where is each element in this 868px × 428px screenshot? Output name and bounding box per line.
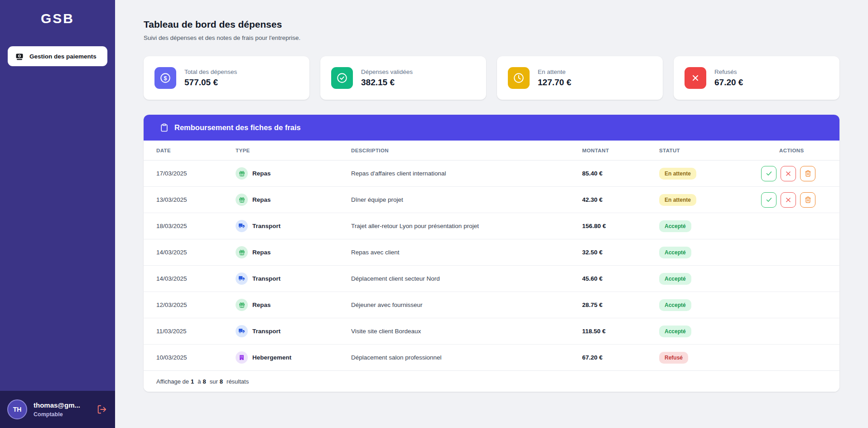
row-type-label: Transport: [252, 223, 280, 229]
status-badge: En attente: [659, 194, 696, 206]
row-statut: Accepté: [659, 220, 761, 232]
column-header-actions: ACTIONS: [761, 148, 827, 153]
payments-icon: [15, 52, 24, 61]
footer-text: résultats: [227, 378, 249, 385]
status-badge: En attente: [659, 168, 696, 180]
stat-card-refused: Refusés 67.20 €: [674, 56, 839, 100]
sidebar-nav: Gestion des paiements: [0, 46, 115, 66]
row-actions: [761, 192, 827, 208]
app-logo: GSB: [0, 0, 115, 26]
row-type-label: Repas: [252, 302, 271, 308]
logout-button[interactable]: [96, 404, 108, 415]
sidebar: GSB Gestion des paiements TH thomas@gm..…: [0, 0, 115, 428]
row-type-label: Repas: [252, 170, 271, 177]
table-row: 17/03/2025: [144, 160, 839, 187]
stat-value: 577.05 €: [184, 78, 237, 88]
type-icon: [236, 325, 248, 337]
stats-row: $ Total des dépenses 577.05 € Dépenses v…: [144, 56, 839, 100]
row-statut: Accepté: [659, 273, 761, 285]
footer-from: 1: [191, 378, 194, 385]
footer-text: à: [198, 378, 201, 385]
table-banner: Remboursement des fiches de frais: [144, 115, 839, 141]
x-icon: [685, 67, 706, 89]
approve-button[interactable]: [761, 192, 776, 208]
svg-text:$: $: [164, 75, 167, 82]
status-badge: Accepté: [659, 247, 691, 258]
column-header-date: DATE: [156, 148, 236, 153]
row-montant: 85.40 €: [582, 170, 659, 177]
reject-button[interactable]: [781, 166, 796, 181]
row-description: Déplacement client secteur Nord: [351, 275, 582, 282]
sidebar-item-gestion-paiements[interactable]: Gestion des paiements: [8, 46, 107, 66]
row-statut: Refusé: [659, 352, 761, 364]
row-montant: 42.30 €: [582, 196, 659, 203]
stat-card-pending: En attente 127.70 €: [497, 56, 663, 100]
row-statut: Accepté: [659, 299, 761, 311]
reject-button[interactable]: [781, 192, 796, 208]
row-description: Repas avec client: [351, 249, 582, 256]
truck-icon: [238, 275, 245, 282]
row-date: 13/03/2025: [156, 196, 236, 203]
row-date: 14/03/2025: [156, 275, 236, 282]
row-montant: 156.80 €: [582, 223, 659, 229]
stat-value: 382.15 €: [361, 78, 413, 88]
row-statut: En attente: [659, 168, 761, 180]
page-subtitle: Suivi des dépenses et des notes de frais…: [144, 34, 839, 41]
trash-icon[interactable]: [800, 166, 815, 181]
status-badge: Accepté: [659, 220, 691, 232]
row-type-label: Repas: [252, 249, 271, 256]
row-montant: 32.50 €: [582, 249, 659, 256]
stat-label: Total des dépenses: [184, 68, 237, 75]
row-description: Repas d'affaires client international: [351, 170, 582, 177]
table-row: 14/03/2025: [144, 266, 839, 292]
footer-total: 8: [220, 378, 223, 385]
status-badge: Accepté: [659, 273, 691, 285]
row-date: 12/03/2025: [156, 302, 236, 308]
stat-card-validated: Dépenses validées 382.15 €: [320, 56, 486, 100]
footer-text: sur: [210, 378, 218, 385]
user-section: TH thomas@gm... Comptable: [0, 391, 115, 428]
stat-text: Refusés 67.20 €: [714, 68, 743, 88]
sidebar-spacer: [0, 66, 115, 391]
row-description: Déjeuner avec fournisseur: [351, 302, 582, 308]
type-icon: [236, 299, 248, 311]
user-meta: thomas@gm... Comptable: [34, 401, 90, 418]
table-row: 13/03/2025: [144, 187, 839, 213]
gift-icon: [239, 302, 245, 308]
type-icon: [236, 246, 248, 258]
row-type: Repas: [236, 299, 351, 311]
stat-text: Total des dépenses 577.05 €: [184, 68, 237, 88]
column-header-description: DESCRIPTION: [351, 148, 582, 153]
trash-icon[interactable]: [800, 192, 815, 208]
gift-icon: [239, 170, 245, 177]
row-type: Repas: [236, 167, 351, 180]
row-montant: 45.60 €: [582, 275, 659, 282]
row-type: Hebergement: [236, 351, 351, 364]
truck-icon: [238, 328, 245, 335]
table-row: 11/03/2025: [144, 318, 839, 345]
clipboard-icon: [160, 123, 169, 132]
row-description: Trajet aller-retour Lyon pour présentati…: [351, 223, 582, 229]
stat-value: 67.20 €: [714, 78, 743, 88]
expenses-table: Remboursement des fiches de frais DATE T…: [144, 115, 839, 392]
stat-value: 127.70 €: [538, 78, 571, 88]
column-header-montant: MONTANT: [582, 148, 659, 153]
building-icon: [239, 355, 245, 360]
status-badge: Refusé: [659, 352, 688, 364]
table-footer: Affichage de 1 à 8 sur 8 résultats: [144, 371, 839, 392]
stat-text: Dépenses validées 382.15 €: [361, 68, 413, 88]
stat-label: En attente: [538, 68, 571, 75]
row-type-label: Repas: [252, 196, 271, 203]
row-type-label: Transport: [252, 275, 280, 282]
truck-icon: [238, 223, 245, 229]
user-email: thomas@gm...: [34, 401, 90, 409]
type-icon: [236, 167, 248, 180]
row-statut: En attente: [659, 194, 761, 206]
page-title: Tableau de bord des dépenses: [144, 19, 839, 30]
row-montant: 28.75 €: [582, 302, 659, 308]
row-type-label: Transport: [252, 328, 280, 335]
table-row: 14/03/2025: [144, 239, 839, 266]
check-circle-icon: [331, 67, 353, 89]
row-actions: [761, 166, 827, 181]
approve-button[interactable]: [761, 166, 776, 181]
